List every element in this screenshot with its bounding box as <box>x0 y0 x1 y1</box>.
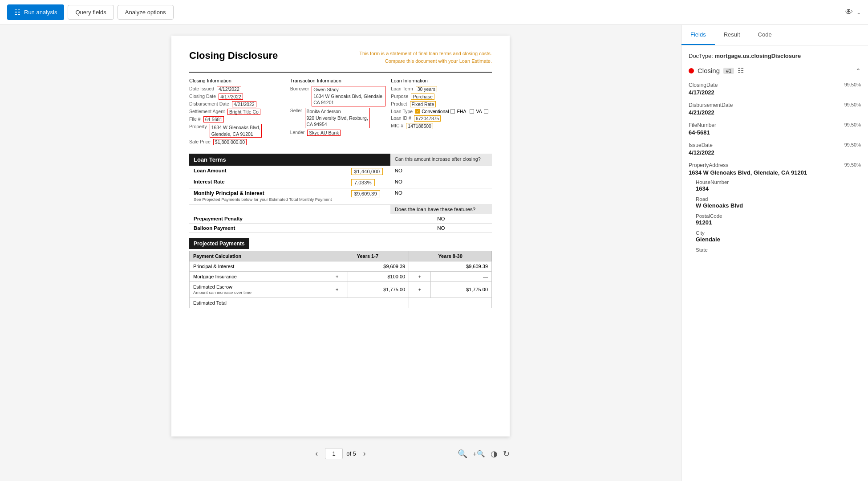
sale-price-label: Sale Price <box>189 139 211 145</box>
loan-info-heading: Loan Information <box>391 78 492 83</box>
interest-rate-row: Interest Rate 7.033% NO <box>189 177 492 188</box>
product-label: Product <box>391 101 407 107</box>
monthly-pi-value: $9,609.39 <box>351 190 380 197</box>
doctype-label: DocType: <box>689 53 713 59</box>
mortgage-insurance-row: Mortgage Insurance + $100.00 + — <box>190 271 492 281</box>
disbursement-date-label: Disbursement Date <box>189 101 229 107</box>
loan-term-row: Loan Term 30 years <box>391 86 492 92</box>
run-analysis-button[interactable]: ☷ Run analysis <box>7 4 64 20</box>
other-checkbox <box>484 109 488 114</box>
analyze-options-button[interactable]: Analyze options <box>118 5 174 20</box>
loan-terms-header: Loan Terms Can this amount increase afte… <box>189 154 492 166</box>
settlement-agent-row: Settlement Agent Bright Title Co <box>189 109 290 115</box>
eye-icon[interactable]: 👁 <box>845 8 853 17</box>
doc-title: Closing Disclosure <box>189 50 278 61</box>
fha-checkbox <box>450 109 455 114</box>
tab-result[interactable]: Result <box>715 25 749 45</box>
child-house-number: HouseNumber 1634 <box>696 179 861 192</box>
monthly-pi-label: Monthly Principal & Interest <box>194 190 342 196</box>
property-address-children: HouseNumber 1634 Road W Glenoaks Blvd Po… <box>696 179 861 253</box>
closing-label: Closing <box>698 67 720 74</box>
doc-info-grid: Closing Information Date Issued 4/12/202… <box>189 78 492 147</box>
rotate-button[interactable]: ↻ <box>503 449 510 459</box>
lender-row: Lender Skye AU Bank <box>290 130 391 136</box>
mic-row: MIC # 147188500 <box>391 123 492 129</box>
child-road: Road W Glenoaks Blvd <box>696 196 861 209</box>
toolbar-right: 👁 ⌄ <box>845 8 861 17</box>
loan-type-row: Loan Type ✓Conventional FHA VA <box>391 109 492 114</box>
settlement-agent-label: Settlement Agent <box>189 109 225 115</box>
loan-id-value: 672047875 <box>414 115 441 122</box>
chevron-up-icon[interactable]: ⌃ <box>856 67 861 74</box>
loan-term-value: 30 years <box>416 86 437 92</box>
child-postal-code: PostalCode 91201 <box>696 213 861 226</box>
page-input[interactable] <box>325 448 343 459</box>
projected-payments-heading: Projected Payments <box>189 238 249 249</box>
loan-info-section: Loan Information Loan Term 30 years Purp… <box>391 78 492 147</box>
next-page-button[interactable]: › <box>360 447 369 460</box>
seller-label: Seller <box>290 108 302 128</box>
field-disbursement-date: DisbursementDate 99.50% 4/21/2022 <box>689 102 861 116</box>
sale-price-value: $1,800,000.00 <box>213 139 247 145</box>
property-label: Property <box>189 124 207 138</box>
interest-rate-value: 7.033% <box>351 179 375 186</box>
transaction-info-heading: Transaction Information <box>290 78 391 83</box>
zoom-out-button[interactable]: 🔍 <box>458 449 467 459</box>
balloon-row: Balloon Payment NO <box>189 223 492 232</box>
doc-header: Closing Disclosure This form is a statem… <box>189 50 492 65</box>
monthly-pi-note: See Projected Payments below for your Es… <box>194 196 342 202</box>
loan-terms-table: Loan Terms Can this amount increase afte… <box>189 154 492 232</box>
panel-content: DocType: mortgage.us.closingDisclosure C… <box>681 45 868 481</box>
tab-fields[interactable]: Fields <box>681 25 715 45</box>
fit-page-button[interactable]: ◑ <box>491 449 498 459</box>
loan-id-label: Loan ID # <box>391 115 411 122</box>
conventional-checkbox: ✓ <box>415 109 420 114</box>
field-issue-date: IssueDate 99.50% 4/12/2022 <box>689 142 861 156</box>
projected-payments-header-wrapper: Projected Payments <box>189 238 492 249</box>
prev-page-button[interactable]: ‹ <box>312 447 321 460</box>
query-fields-button[interactable]: Query fields <box>68 5 114 20</box>
file-value: 64-5681 <box>203 116 224 122</box>
loan-type-label: Loan Type <box>391 109 413 114</box>
closing-date-row: Closing Date 4/17/2022 <box>189 94 290 100</box>
zoom-in-button[interactable]: +🔍 <box>473 449 485 459</box>
lender-label: Lender <box>290 130 305 136</box>
lender-value: Skye AU Bank <box>307 130 341 136</box>
monthly-pi-row: Monthly Principal & Interest See Project… <box>189 188 492 204</box>
seller-value: Bonita Anderson920 University Blvd, Rexb… <box>305 108 370 128</box>
doc-subtitle: This form is a statement of final loan t… <box>358 50 492 65</box>
date-issued-value: 4/12/2022 <box>217 86 241 92</box>
loan-type-checkboxes: ✓Conventional FHA VA <box>415 109 488 114</box>
main-content: Closing Disclosure This form is a statem… <box>0 25 868 481</box>
date-issued-label: Date Issued <box>189 86 214 92</box>
seller-row: Seller Bonita Anderson920 University Blv… <box>290 108 391 128</box>
chevron-down-icon[interactable]: ⌄ <box>856 9 861 16</box>
closing-badge: #1 <box>723 68 734 74</box>
settlement-agent-value: Bright Title Co <box>227 109 260 115</box>
file-row: File # 64-5681 <box>189 116 290 122</box>
transaction-info-section: Transaction Information Borrower Gwen St… <box>290 78 391 147</box>
product-value: Fixed Rate <box>410 101 436 107</box>
loan-amount-value: $1,440,000 <box>351 168 383 175</box>
disbursement-date-row: Disbursement Date 4/21/2022 <box>189 101 290 107</box>
pagination: ‹ of 5 › 🔍 +🔍 ◑ ↻ <box>171 442 510 465</box>
product-row: Product Fixed Rate <box>391 101 492 107</box>
toolbar: ☷ Run analysis Query fields Analyze opti… <box>0 0 868 25</box>
doctype-row: DocType: mortgage.us.closingDisclosure <box>689 53 861 59</box>
loan-id-row: Loan ID # 672047875 <box>391 115 492 122</box>
sale-price-row: Sale Price $1,800,000.00 <box>189 139 290 145</box>
right-panel: Fields Result Code DocType: mortgage.us.… <box>681 25 868 481</box>
closing-left: Closing #1 ☷ <box>689 66 744 75</box>
tab-code[interactable]: Code <box>749 25 781 45</box>
date-issued-row: Date Issued 4/12/2022 <box>189 86 290 92</box>
panel-tabs: Fields Result Code <box>681 25 868 45</box>
features-subheader: Does the loan have these features? <box>189 204 492 214</box>
borrower-value: Gwen Stacy1634 W Glenoaks Blvd, Glendale… <box>312 86 385 106</box>
grid-icon[interactable]: ☷ <box>738 66 744 75</box>
child-city: City Glendale <box>696 230 861 243</box>
field-file-number: FileNumber 99.50% 64-5681 <box>689 122 861 136</box>
proj-header-row: Payment Calculation Years 1-7 Years 8-30 <box>190 251 492 261</box>
purpose-row: Purpose Purchase <box>391 94 492 100</box>
child-state: State <box>696 247 861 253</box>
estimated-total-row: Estimated Total <box>190 298 492 308</box>
